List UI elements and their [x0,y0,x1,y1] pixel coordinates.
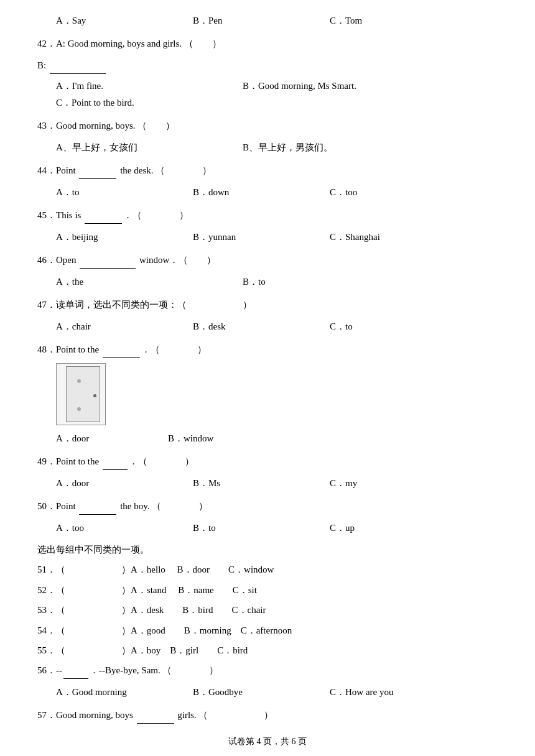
q49-opt-a: A．door [56,475,193,492]
question-51: 51．（ ）A．hello B．door C．window [37,561,498,579]
q46-opt-a: A．the [56,274,243,290]
question-43: 43．Good morning, boys. （ ） [37,118,498,134]
q50-opt-a: A．too [56,520,193,537]
q43-opt-b: B、早上好，男孩们。 [243,139,429,156]
q46-blank [80,268,136,269]
question-42: 42．A: Good morning, boys and girls. （ ） [37,35,498,52]
door-image [56,363,106,425]
question-45: 45．This is ．（ ） [37,207,498,224]
question-56: 56．--．--Bye-bye, Sam. （ ） [37,662,498,679]
q45-opt-b: B．yunnan [193,229,330,246]
q47-opt-a: A．chair [56,318,193,335]
q56-options: A．Good morning B．Goodbye C．How are you [56,684,498,701]
q42-opt-a: A．I'm fine. [56,78,243,94]
q56-opt-b: B．Goodbye [193,684,330,701]
q57-blank [137,723,174,724]
question-44: 44．Point the desk. （ ） [37,162,498,179]
door-knob [93,394,96,397]
question-52: 52．（ ）A．stand B．name C．sit [37,581,498,599]
question-55: 55．（ ）A．boy B．girl C．bird [37,642,498,660]
door-hinge-bottom [77,407,81,411]
q45-opt-c: C．Shanghai [330,229,467,246]
q48-blank [103,357,140,358]
option-a-say: A．Say [56,12,193,29]
door-inner [66,366,100,422]
q56-blank [63,678,88,679]
option-b-pen: B．Pen [193,12,330,29]
q56-opt-c: C．How are you [330,684,467,701]
question-49: 49．Point to the ．（ ） [37,453,498,470]
top-options-row: A．Say B．Pen C．Tom [56,12,498,29]
q43-options: A、早上好，女孩们 B、早上好，男孩们。 [56,139,498,156]
q48-opt-a: A．door [56,430,168,447]
q42-number: 42．A: Good morning, boys and girls. （ ） [37,39,221,48]
section2-title: 选出每组中不同类的一项。 [37,544,498,556]
question-53: 53．（ ）A．desk B．bird C．chair [37,601,498,619]
q44-opt-c: C．too [330,184,467,201]
question-54: 54．（ ）A．good B．morning C．afternoon [37,622,498,640]
footer-text: 试卷第 4 页，共 6 页 [228,737,307,746]
q45-opt-a: A．beijing [56,229,193,246]
q49-opt-c: C．my [330,475,467,492]
q50-opt-c: C．up [330,520,467,537]
q42-opt-c: C．Point to the bird. [56,94,243,111]
q56-opt-a: A．Good morning [56,684,193,701]
question-50: 50．Point the boy. （ ） [37,498,498,515]
q44-opt-a: A．to [56,184,193,201]
q44-options: A．to B．down C．too [56,184,498,201]
q49-options: A．door B．Ms C．my [56,475,498,492]
q48-opt-b: B．window [168,430,280,447]
q49-blank [103,469,128,470]
q42-blank [50,73,106,74]
question-48: 48．Point to the ．（ ） [37,341,498,358]
q43-opt-a: A、早上好，女孩们 [56,139,243,156]
door-hinge-top [77,379,81,383]
q44-opt-b: B．down [193,184,330,201]
question-47: 47．读单词，选出不同类的一项：（ ） [37,297,498,313]
q46-options: A．the B．to [56,274,498,290]
q42-options: A．I'm fine. B．Good morning, Ms Smart. C．… [56,78,498,111]
q47-opt-b: B．desk [193,318,330,335]
q50-opt-b: B．to [193,520,330,537]
q47-options: A．chair B．desk C．to [56,318,498,335]
q50-options: A．too B．to C．up [56,520,498,537]
question-46: 46．Open window．（ ） [37,252,498,269]
q45-blank [85,223,122,224]
q42-sub: B: [37,57,498,74]
q46-opt-b: B．to [243,274,429,290]
q49-opt-b: B．Ms [193,475,330,492]
q45-options: A．beijing B．yunnan C．Shanghai [56,229,498,246]
q48-options: A．door B．window [56,430,498,447]
q47-opt-c: C．to [330,318,467,335]
page-footer: 试卷第 4 页，共 6 页 [37,736,498,747]
question-57: 57．Good morning, boys girls. （ ） [37,707,498,724]
q50-blank [79,514,116,515]
option-c-tom: C．Tom [330,12,467,29]
q44-blank [79,178,116,179]
q42-opt-b: B．Good morning, Ms Smart. [243,78,429,94]
